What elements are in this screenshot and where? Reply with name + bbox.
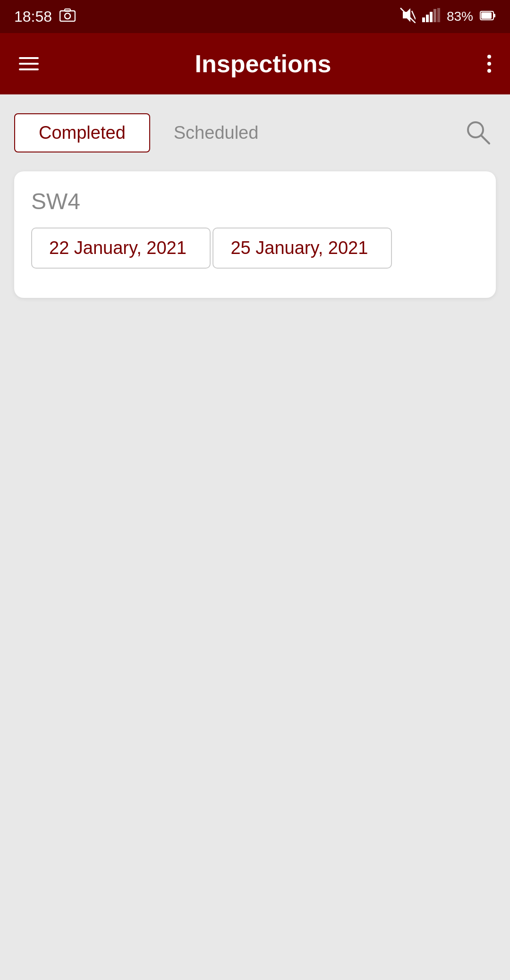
tab-row: Completed Scheduled xyxy=(14,113,496,152)
mute-icon xyxy=(400,7,416,26)
more-options-icon[interactable] xyxy=(487,55,491,73)
svg-rect-2 xyxy=(65,9,70,11)
status-bar: 18:58 83% xyxy=(0,0,510,33)
svg-rect-10 xyxy=(437,8,440,22)
battery-percent: 83% xyxy=(447,9,473,24)
battery-icon xyxy=(480,9,496,24)
svg-rect-6 xyxy=(422,17,425,22)
search-button[interactable] xyxy=(460,114,496,152)
search-icon xyxy=(465,119,491,145)
status-time: 18:58 xyxy=(14,8,52,25)
svg-line-4 xyxy=(412,11,416,19)
svg-point-1 xyxy=(65,13,70,19)
photo-icon xyxy=(60,8,76,25)
tab-completed[interactable]: Completed xyxy=(14,113,150,152)
app-bar: Inspections xyxy=(0,33,510,94)
svg-line-15 xyxy=(481,135,489,144)
svg-rect-0 xyxy=(60,11,75,21)
svg-rect-8 xyxy=(430,12,433,22)
date-item[interactable]: 25 January, 2021 xyxy=(212,228,392,269)
inspection-card: SW4 22 January, 2021 25 January, 2021 xyxy=(14,171,496,298)
svg-rect-13 xyxy=(493,14,495,17)
card-title: SW4 xyxy=(31,188,479,214)
svg-rect-12 xyxy=(481,12,492,19)
status-bar-right: 83% xyxy=(400,7,496,26)
menu-icon[interactable] xyxy=(19,57,39,70)
signal-icon xyxy=(422,8,440,25)
app-title: Inspections xyxy=(195,50,332,78)
svg-rect-9 xyxy=(434,9,436,22)
main-content: Completed Scheduled SW4 22 January, 2021… xyxy=(0,94,510,317)
tab-scheduled[interactable]: Scheduled xyxy=(150,114,282,152)
status-bar-left: 18:58 xyxy=(14,8,76,25)
svg-rect-7 xyxy=(426,15,429,22)
date-item[interactable]: 22 January, 2021 xyxy=(31,228,211,269)
